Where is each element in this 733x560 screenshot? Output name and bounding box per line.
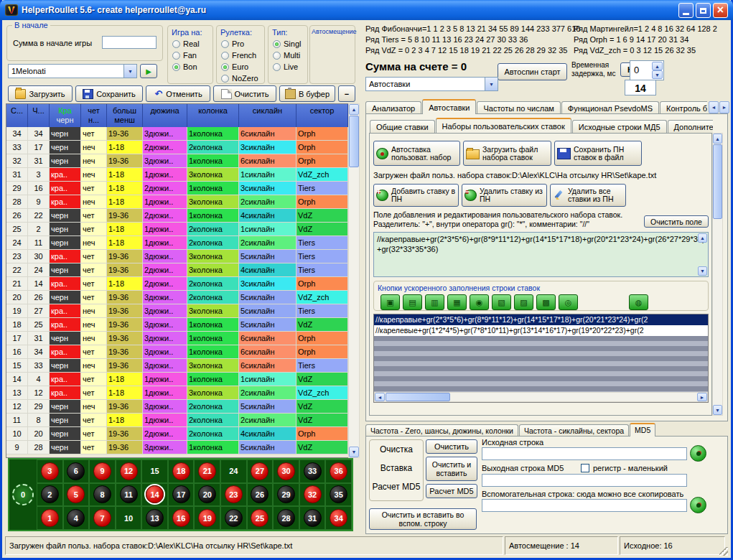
- column-header[interactable]: большменш: [107, 104, 143, 127]
- results-table-header[interactable]: С...Ч...Крачернчетн...большменшдюжинакол…: [6, 104, 348, 127]
- spinner-up-icon[interactable]: [652, 62, 663, 70]
- start-sum-input[interactable]: [102, 36, 157, 49]
- table-row[interactable]: 1229черннеч19-363дюжи..2колонка5сиклайнV…: [6, 400, 348, 414]
- roulette-cell[interactable]: 19: [194, 506, 220, 530]
- aux-go-button[interactable]: [690, 497, 706, 513]
- title-bar[interactable]: HelperRoullet 5.6- create helperroullet@…: [0, 0, 733, 20]
- roulette-cell[interactable]: 29: [273, 483, 299, 507]
- table-row[interactable]: 1927кра..неч19-363дюжи..3колонка5сиклайн…: [6, 304, 348, 318]
- scroll-down-icon[interactable]: [713, 405, 722, 415]
- delete-stake-button[interactable]: Удалить ставку из ПН: [462, 184, 547, 207]
- clear-field-button[interactable]: Очистить поле: [644, 215, 709, 228]
- roulette-cell[interactable]: 35: [325, 483, 352, 507]
- play-button[interactable]: ▶: [140, 64, 157, 78]
- delete-all-stakes-button[interactable]: Удалить все ставки из ПН: [550, 184, 626, 207]
- table-row[interactable]: 144кра..чет1-181дюжи..1колонка1сиклайнVd…: [6, 373, 348, 386]
- bottom-tab-1[interactable]: Частота - Zero, шансы, дюжины, колонки: [365, 424, 518, 437]
- close-button[interactable]: [713, 3, 728, 18]
- roulette-cell[interactable]: 4: [63, 506, 90, 530]
- aux-string-input[interactable]: [482, 499, 687, 512]
- roulette-cell[interactable]: 27: [247, 459, 274, 483]
- radio-type-multi[interactable]: Multi: [273, 51, 307, 60]
- roulette-cell[interactable]: 9: [89, 459, 116, 483]
- roulette-cell[interactable]: 34: [325, 506, 352, 530]
- roulette-cell[interactable]: 11: [116, 483, 142, 507]
- quick-fill-button-6[interactable]: ▧: [492, 294, 511, 310]
- roulette-cell[interactable]: 30: [273, 459, 299, 483]
- sub-tab-2[interactable]: Наборы пользовательских ставок: [436, 118, 571, 133]
- delay-spinner[interactable]: 0: [630, 60, 664, 80]
- radio-game-real[interactable]: Real: [172, 39, 213, 48]
- tab-scroll-left-icon[interactable]: [709, 101, 719, 113]
- undo-button[interactable]: ↶ Отменить: [146, 85, 210, 102]
- radio-roulette-euro[interactable]: Euro: [221, 62, 264, 71]
- column-header[interactable]: дюжина: [143, 104, 187, 127]
- md5-clear-button[interactable]: Очистить: [426, 439, 477, 454]
- roulette-cell[interactable]: 28: [273, 506, 299, 530]
- main-tab-4[interactable]: Функционал PsevdoMS: [561, 101, 659, 114]
- roulette-cell[interactable]: 13: [141, 506, 168, 530]
- panel-scrollbar-thumb[interactable]: [713, 144, 722, 219]
- table-scrollbar-thumb[interactable]: [349, 116, 359, 167]
- preset-combo[interactable]: 1Melonati: [8, 64, 137, 78]
- main-tab-2[interactable]: Автоставки: [422, 99, 476, 114]
- autostakes-combo[interactable]: Автоставки: [365, 77, 498, 91]
- main-tab-5[interactable]: Контроль банкрол: [660, 101, 707, 114]
- load-button[interactable]: Загрузить: [8, 85, 73, 102]
- roulette-cell[interactable]: 17: [168, 483, 195, 507]
- panel-scrollbar[interactable]: [712, 133, 723, 416]
- roulette-cell[interactable]: 21: [194, 459, 220, 483]
- roulette-cell[interactable]: 15: [141, 459, 168, 483]
- quick-fill-button-5[interactable]: ◉: [470, 294, 489, 310]
- column-header[interactable]: сиклайн: [239, 104, 297, 127]
- roulette-cell[interactable]: 36: [325, 459, 352, 483]
- quick-fill-button-2[interactable]: ▤: [403, 294, 422, 310]
- output-string-input[interactable]: [482, 474, 687, 487]
- load-set-button[interactable]: Загрузить файл набора ставок: [463, 141, 551, 166]
- roulette-cell[interactable]: 22: [220, 506, 247, 530]
- radio-game-bon[interactable]: Bon: [172, 62, 213, 71]
- quick-fill-button-4[interactable]: ▦: [447, 294, 467, 310]
- scroll-up-icon[interactable]: [713, 134, 722, 144]
- scroll-down-icon[interactable]: [698, 266, 707, 276]
- roulette-cell[interactable]: 3: [37, 459, 63, 483]
- table-row[interactable]: 928чернчет19-363дюжи..1колонка5сиклайнVd…: [6, 441, 348, 454]
- list-scrollbar-thumb[interactable]: [386, 393, 450, 401]
- radio-type-singl[interactable]: Singl: [273, 39, 307, 48]
- scroll-left-icon[interactable]: [375, 393, 385, 401]
- md5-calc-button[interactable]: Расчет MD5: [426, 484, 477, 498]
- table-row[interactable]: 313кра..неч1-181дюжи..3колонка1сиклайнVd…: [6, 168, 348, 182]
- roulette-cell[interactable]: 7: [89, 506, 116, 530]
- table-row[interactable]: 1825кра..неч19-363дюжи..1колонка5сиклайн…: [6, 318, 348, 332]
- source-go-button[interactable]: [690, 445, 706, 462]
- quick-fill-button-8[interactable]: ▩: [536, 294, 556, 310]
- add-stake-button[interactable]: Добавить ставку в ПН: [373, 184, 459, 207]
- table-row[interactable]: 2026чернчет19-363дюжи..2колонка5сиклайнV…: [6, 291, 348, 304]
- column-header[interactable]: Крачерн: [50, 104, 81, 127]
- roulette-cell[interactable]: 8: [89, 483, 116, 507]
- maximize-button[interactable]: [696, 3, 711, 18]
- quick-fill-button-far[interactable]: ◍: [629, 294, 648, 310]
- sub-tab-4[interactable]: Дополнител: [668, 120, 714, 133]
- md5-clear-insert-button[interactable]: Очистить и вставить: [426, 457, 477, 481]
- table-row[interactable]: 1634кра..чет19-363дюжи..1колонка6сиклайн…: [6, 345, 348, 359]
- quick-fill-button-9[interactable]: ◎: [559, 294, 578, 310]
- roulette-cell[interactable]: 1: [37, 506, 63, 530]
- table-row[interactable]: 1312кра..чет1-181дюжи..3колонка2сиклайнV…: [6, 386, 348, 400]
- radio-roulette-pro[interactable]: Pro: [221, 39, 264, 48]
- quick-fill-button-3[interactable]: ▥: [425, 294, 444, 310]
- table-row[interactable]: 2916кра..чет1-182дюжи..1колонка3сиклайнT…: [6, 182, 348, 195]
- column-header[interactable]: сектор: [297, 104, 348, 127]
- column-header[interactable]: колонка: [187, 104, 239, 127]
- table-row[interactable]: 2622чернчет19-362дюжи..1колонка4сиклайнV…: [6, 209, 348, 223]
- scroll-down-icon[interactable]: [349, 447, 359, 457]
- roulette-cell[interactable]: 33: [299, 459, 326, 483]
- column-header[interactable]: четн...: [81, 104, 107, 127]
- roulette-cell[interactable]: 23: [220, 483, 247, 507]
- table-row[interactable]: 2411черннеч1-181дюжи..2колонка2сиклайнTi…: [6, 236, 348, 250]
- stakes-listbox[interactable]: //кареправые+gr(2*3*5*6)+gr(8*9*11*12)+g…: [373, 314, 709, 403]
- minimize-button[interactable]: [678, 3, 694, 18]
- stake-edit-field[interactable]: //кареправые+gr(2*3*5*6)+gr(8*9*11*12)+g…: [373, 232, 709, 277]
- quick-fill-button-7[interactable]: ▨: [514, 294, 533, 310]
- save-set-button[interactable]: Сохранить ПН ставок в файл: [554, 141, 642, 166]
